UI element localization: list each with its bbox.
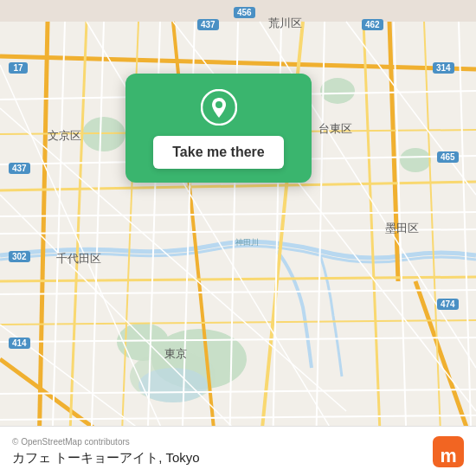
popup-card: Take me there: [125, 74, 312, 183]
district-chiyoda: 千代田区: [56, 251, 101, 267]
route-465: 465: [437, 151, 459, 163]
route-437-top: 437: [197, 19, 219, 30]
map-container: 神田川 荒川区 文京区 台東区 墨田区 千代田区 東京 17 437 456 4…: [0, 0, 476, 476]
route-456: 456: [234, 7, 255, 18]
svg-point-4: [320, 78, 355, 104]
svg-text:m: m: [440, 445, 456, 466]
location-pin-icon: [201, 89, 237, 125]
district-arakawa: 荒川区: [268, 16, 302, 31]
route-474: 474: [437, 299, 459, 310]
svg-point-50: [215, 101, 222, 108]
moovit-logo-icon: m: [433, 436, 464, 467]
route-437-left: 437: [9, 163, 30, 174]
bottom-bar: © OpenStreetMap contributors カフェ トーキョーアイ…: [0, 426, 476, 476]
route-302: 302: [9, 251, 30, 262]
route-17: 17: [9, 62, 28, 74]
osm-credit: © OpenStreetMap contributors: [12, 437, 200, 447]
district-taito: 台東区: [318, 121, 352, 137]
take-me-there-button[interactable]: Take me there: [153, 136, 283, 169]
place-info: © OpenStreetMap contributors カフェ トーキョーアイ…: [12, 437, 200, 466]
route-414: 414: [9, 338, 30, 349]
district-bunkyo: 文京区: [48, 128, 81, 144]
svg-point-5: [400, 148, 431, 172]
moovit-logo: m: [433, 436, 464, 467]
district-sumida: 墨田区: [385, 221, 419, 236]
svg-text:神田川: 神田川: [235, 238, 259, 247]
place-name: カフェ トーキョーアイト, Tokyo: [12, 450, 200, 466]
route-314: 314: [433, 62, 454, 74]
route-462: 462: [362, 19, 383, 30]
district-tokyo: 東京: [164, 346, 187, 362]
